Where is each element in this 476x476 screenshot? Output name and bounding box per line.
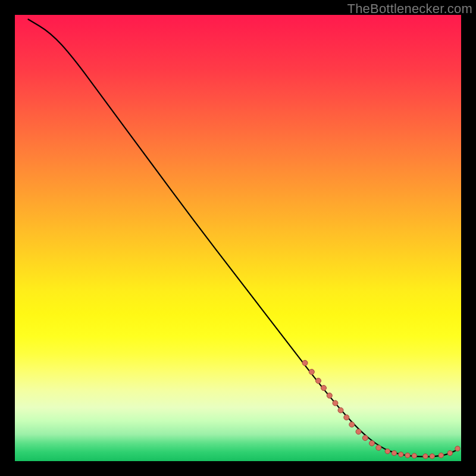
data-points [302, 361, 460, 459]
data-point [385, 449, 390, 453]
data-point [362, 436, 368, 441]
data-point [333, 400, 338, 406]
data-point [369, 441, 375, 446]
data-point [327, 393, 332, 398]
data-point [376, 445, 381, 450]
data-point [302, 361, 308, 366]
data-point [405, 453, 410, 458]
data-point [392, 450, 396, 455]
data-point [349, 422, 355, 427]
data-point [455, 446, 460, 451]
data-point [399, 452, 403, 457]
data-point [439, 453, 443, 458]
data-point [338, 408, 343, 413]
data-point [430, 454, 434, 459]
data-point [344, 415, 349, 420]
data-point [423, 454, 428, 459]
data-point [447, 450, 452, 455]
chart-frame: TheBottlenecker.com [0, 0, 476, 476]
bottleneck-curve [29, 20, 457, 457]
watermark-label: TheBottlenecker.com [347, 1, 472, 17]
chart-svg [15, 15, 461, 461]
data-point [321, 386, 327, 391]
data-point [356, 429, 361, 434]
data-point [309, 369, 314, 375]
data-point [316, 378, 321, 384]
data-point [412, 453, 416, 458]
plot-area [15, 15, 461, 461]
